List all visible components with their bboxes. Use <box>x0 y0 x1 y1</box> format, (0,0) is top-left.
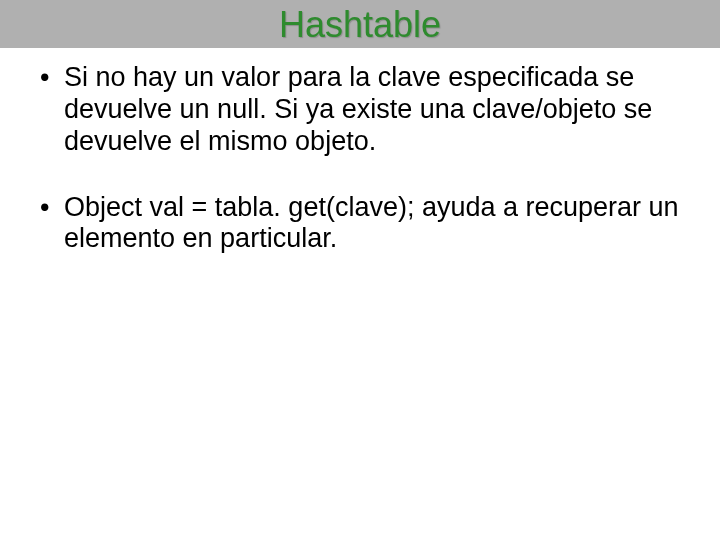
slide-content: Si no hay un valor para la clave especif… <box>0 48 720 255</box>
bullet-text: Si no hay un valor para la clave especif… <box>64 62 652 156</box>
title-bar: Hashtable <box>0 0 720 48</box>
bullet-item: Object val = tabla. get(clave); ayuda a … <box>40 192 700 256</box>
bullet-item: Si no hay un valor para la clave especif… <box>40 62 700 158</box>
bullet-text: Object val = tabla. get(clave); ayuda a … <box>64 192 679 254</box>
slide-title: Hashtable <box>279 4 441 45</box>
